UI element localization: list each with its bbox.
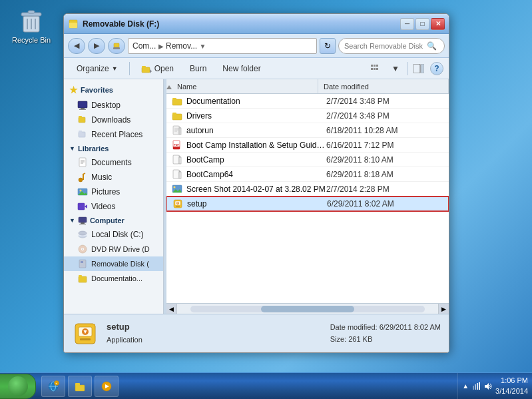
scroll-right-button[interactable]: ▶ [438, 304, 449, 314]
svg-rect-19 [413, 64, 420, 73]
nav-downloads-label: Downloads [91, 115, 131, 125]
svg-rect-42 [79, 224, 86, 224]
status-file-icon [72, 320, 99, 347]
file-item[interactable]: BootCamp 6/29/2011 8:10 AM [166, 153, 449, 167]
speaker-icon [483, 382, 493, 391]
svg-rect-95 [473, 386, 474, 390]
minimize-button[interactable]: ─ [400, 18, 414, 30]
toolbar-separator-2 [407, 62, 407, 75]
svg-rect-2 [28, 11, 35, 13]
svg-rect-22 [81, 108, 85, 109]
nav-item-recent[interactable]: Recent Places [64, 127, 163, 142]
nav-item-desktop[interactable]: Desktop [64, 98, 163, 113]
view-dropdown-button[interactable]: ▼ [387, 60, 404, 77]
recycle-bin-label: Recycle Bin [12, 36, 51, 44]
organize-button[interactable]: Organize ▼ [69, 60, 125, 77]
screenshot-icon [172, 184, 182, 195]
svg-rect-56 [172, 114, 182, 120]
folder-icon [172, 96, 182, 107]
favorites-header[interactable]: ★ Favorites [64, 82, 163, 98]
nav-item-removable[interactable]: Removable Disk ( [64, 256, 163, 271]
nav-item-videos[interactable]: Videos [64, 199, 163, 214]
svg-rect-11 [142, 66, 146, 68]
file-item[interactable]: Drivers 2/7/2014 3:48 PM [166, 109, 449, 123]
file-item-selected[interactable]: setup 6/29/2011 8:02 AM [166, 197, 449, 211]
column-header-date[interactable]: Date modified [318, 79, 449, 93]
svg-rect-83 [80, 338, 91, 340]
scroll-left-button[interactable]: ◀ [166, 304, 177, 314]
scroll-thumb[interactable] [261, 306, 355, 312]
file-item[interactable]: autorun 6/18/2011 10:28 AM [166, 123, 449, 138]
sort-indicator-area [166, 82, 172, 91]
taskbar-explorer-button[interactable] [68, 376, 92, 397]
nav-music-label: Music [91, 173, 112, 182]
svg-rect-21 [78, 101, 87, 108]
svg-rect-27 [79, 131, 82, 133]
nav-item-downloads[interactable]: Downloads [64, 113, 163, 127]
svg-text:PDF: PDF [174, 143, 180, 147]
svg-rect-96 [475, 384, 476, 390]
nav-item-dvd[interactable]: DVD RW Drive (D [64, 242, 163, 256]
documents-icon [77, 157, 88, 168]
open-label: Open [154, 64, 174, 73]
column-header-name[interactable]: Name [172, 79, 318, 93]
search-input[interactable] [344, 42, 424, 50]
up-button[interactable] [108, 38, 125, 54]
nav-videos-label: Videos [91, 202, 115, 211]
back-button[interactable]: ◀ [68, 38, 85, 54]
svg-rect-51 [79, 276, 87, 282]
clock-time: 1:06 PM [495, 376, 528, 386]
libraries-header[interactable]: ▼ Libraries [64, 142, 163, 155]
svg-marker-12 [150, 69, 152, 73]
preview-pane-button[interactable] [410, 60, 427, 77]
address-path[interactable]: Com... ▶ Remov... ▼ [128, 38, 317, 54]
status-date-label: Date modified: [330, 323, 378, 331]
view-toggle-button[interactable] [367, 60, 384, 77]
close-button[interactable]: ✕ [431, 18, 445, 30]
svg-rect-25 [79, 116, 82, 118]
taskbar-media-button[interactable] [95, 376, 119, 397]
tray-arrow-icon[interactable]: ▲ [462, 382, 469, 390]
file-item[interactable]: BootCamp64 6/29/2011 8:18 AM [166, 167, 449, 182]
refresh-button[interactable]: ↻ [320, 38, 336, 54]
file-item[interactable]: Screen Shot 2014-02-07 at 3.28.02 PM 2/7… [166, 182, 449, 197]
svg-rect-40 [79, 217, 87, 222]
nav-recent-label: Recent Places [91, 130, 142, 139]
nav-item-localc[interactable]: Local Disk (C:) [64, 227, 163, 242]
start-button[interactable] [0, 374, 36, 399]
search-icon[interactable]: 🔍 [427, 41, 437, 51]
libraries-collapse-icon: ▼ [69, 145, 75, 152]
svg-rect-55 [172, 98, 176, 100]
file-item[interactable]: Documentation 2/7/2014 3:48 PM [166, 94, 449, 109]
bootcamp-icon [172, 155, 182, 165]
maximize-button[interactable]: □ [415, 18, 429, 30]
svg-rect-17 [374, 68, 376, 70]
taskbar-items: e [39, 373, 457, 399]
recycle-bin[interactable]: Recycle Bin [8, 5, 55, 44]
removable-icon [77, 258, 88, 269]
file-date: 6/29/2011 8:10 AM [326, 155, 443, 165]
burn-button[interactable]: Burn [182, 60, 214, 77]
nav-item-music[interactable]: Music [64, 170, 163, 185]
folder-nav-icon [77, 273, 88, 284]
nav-item-pictures[interactable]: Pictures [64, 185, 163, 199]
favorites-label: Favorites [81, 86, 113, 94]
search-box[interactable]: 🔍 [338, 38, 445, 54]
new-folder-button[interactable]: New folder [215, 60, 268, 77]
generic-file-icon [172, 125, 182, 136]
horizontal-scrollbar[interactable]: ◀ ▶ [166, 303, 449, 314]
downloads-icon [77, 115, 88, 125]
help-button[interactable]: ? [430, 62, 443, 75]
music-icon [77, 172, 88, 183]
computer-icon [78, 216, 87, 224]
nav-item-documentation[interactable]: Documentatio... [64, 271, 163, 286]
forward-button[interactable]: ▶ [88, 38, 105, 54]
system-clock[interactable]: 1:06 PM 3/14/2014 [495, 376, 528, 396]
file-item[interactable]: PDF Boot Camp Installation & Setup Guide… [166, 138, 449, 153]
svg-rect-97 [477, 383, 478, 390]
organize-label: Organize [77, 64, 109, 73]
open-button[interactable]: Open [134, 60, 181, 77]
nav-item-documents[interactable]: Documents [64, 155, 163, 170]
taskbar-ie-button[interactable]: e [41, 376, 65, 397]
computer-header[interactable]: ▼ Computer [64, 214, 163, 227]
